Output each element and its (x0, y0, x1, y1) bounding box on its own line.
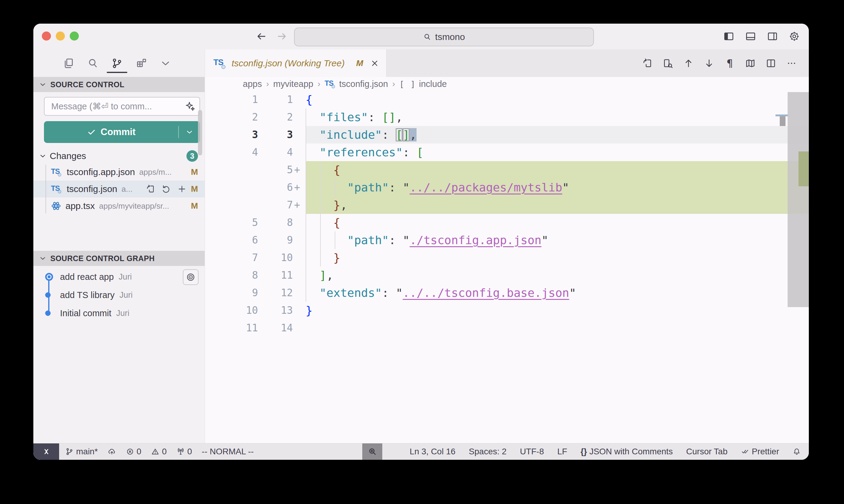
screencast-zoom-indicator[interactable] (362, 444, 382, 460)
more-button[interactable] (785, 57, 798, 70)
status-item-json-with-comments[interactable]: {}JSON with Comments (581, 447, 673, 456)
new-line-number: 9 (258, 231, 293, 249)
map-button[interactable] (744, 57, 757, 70)
command-center-search[interactable]: tsmono (294, 28, 594, 46)
tab-tsconfig-working-tree[interactable]: TS⚙ tsconfig.json (Working Tree) M (205, 49, 386, 77)
code-line-10[interactable]: 710 } (205, 249, 809, 267)
open-changes-button[interactable] (641, 57, 654, 70)
changes-row-tsconfig-app-json[interactable]: TS⚙tsconfig.app.jsonapps/m...M (33, 164, 205, 181)
status-item[interactable] (108, 447, 116, 456)
discard-button[interactable] (161, 184, 171, 194)
source-control-icon (65, 447, 74, 456)
new-line-number: 10 (258, 249, 293, 267)
commit-row-1[interactable]: add react appJuri (33, 268, 205, 286)
activity-item-explorer[interactable] (60, 52, 77, 75)
status-item-main[interactable]: main* (65, 447, 98, 456)
chevron-down-icon (39, 80, 47, 88)
layout-panel-button[interactable] (744, 30, 757, 43)
code-line-7[interactable]: 7+ }, (205, 196, 809, 214)
breadcrumb-item-myviteapp[interactable]: myviteapp (273, 79, 313, 89)
changes-row-app-tsx[interactable]: app.tsxapps/myviteapp/sr...M (33, 197, 205, 214)
editor-scrollbar-thumb[interactable] (788, 92, 809, 307)
activity-item-more[interactable] (157, 52, 174, 75)
breadcrumb-item-include[interactable]: [ ]include (399, 79, 447, 89)
remote-indicator[interactable] (33, 444, 59, 460)
code-line-4[interactable]: 44 "references": [ (205, 144, 809, 161)
status-label: UTF-8 (520, 447, 544, 456)
code-line-14[interactable]: 1114 (205, 319, 809, 337)
file-actions (145, 184, 187, 194)
status-item-0[interactable]: 0 (176, 447, 192, 456)
commit-row-3[interactable]: Initial commitJuri (33, 304, 205, 322)
zoom-window-button[interactable] (70, 32, 79, 41)
status-label: 0 (162, 447, 167, 456)
activity-item-source-control[interactable] (108, 52, 125, 75)
split-editor-button[interactable] (764, 57, 777, 70)
pilcrow-button[interactable]: ¶ (723, 57, 736, 70)
compare-editor-button[interactable] (661, 57, 674, 70)
code-line-2[interactable]: 22 "files": [], (205, 108, 809, 126)
changes-row-tsconfig-json[interactable]: TS⚙tsconfig.jsona...M (33, 181, 205, 197)
sidebar-scrollbar-thumb[interactable] (198, 110, 202, 156)
code-line-8[interactable]: 58 { (205, 214, 809, 231)
breadcrumb-item-tsconfig-json[interactable]: TS⚙tsconfig.json (325, 79, 388, 89)
changes-section-header[interactable]: Changes 3 (33, 148, 205, 164)
status-item-ln-3-col-16[interactable]: Ln 3, Col 16 (410, 447, 455, 456)
source-control-graph-header[interactable]: SOURCE CONTROL GRAPH (33, 251, 205, 266)
status-item[interactable] (792, 447, 801, 456)
status-item-utf-8[interactable]: UTF-8 (520, 447, 544, 456)
code-text: "include": [], (306, 126, 809, 144)
radio-tower-icon (176, 447, 185, 456)
code-line-11[interactable]: 811 ], (205, 267, 809, 284)
source-control-header[interactable]: SOURCE CONTROL (33, 77, 205, 92)
status-item-normal[interactable]: -- NORMAL -- (202, 447, 254, 456)
commit-row-2[interactable]: add TS libraryJuri (33, 286, 205, 304)
layout-sidebar-right-button[interactable] (766, 30, 779, 43)
code-line-12[interactable]: 912 "extends": "../../tsconfig.base.json… (205, 284, 809, 302)
status-item-0[interactable]: 0 (151, 447, 167, 456)
compare-editor-icon (662, 58, 673, 69)
diff-editor[interactable]: 11{22 "files": [],33 "include": [],44 "r… (205, 91, 809, 444)
commit-dropdown-button[interactable] (179, 128, 200, 136)
status-bar: main*000-- NORMAL -- Ln 3, Col 16Spaces:… (33, 443, 809, 460)
status-label: main* (76, 447, 98, 456)
code-line-13[interactable]: 1013} (205, 302, 809, 319)
commit-button[interactable]: Commit (44, 121, 200, 143)
activity-item-extensions[interactable] (133, 52, 150, 75)
code-line-9[interactable]: 69 "path": "./tsconfig.app.json" (205, 231, 809, 249)
activity-item-search[interactable] (84, 52, 101, 75)
code-line-5[interactable]: 5+ { (205, 161, 809, 179)
settings-button[interactable] (788, 30, 801, 43)
history-forward-button[interactable] (275, 30, 289, 43)
layout-sidebar-left-button[interactable] (722, 30, 736, 43)
code-line-3[interactable]: 33 "include": [], (205, 126, 809, 144)
commit-author: Juri (119, 272, 132, 282)
goto-file-button[interactable] (145, 184, 155, 194)
next-change-button[interactable] (703, 57, 716, 70)
code-line-6[interactable]: 6+ "path": "../../packages/mytslib" (205, 179, 809, 196)
status-label: Cursor Tab (686, 447, 727, 456)
close-tab-icon[interactable] (370, 58, 380, 68)
status-item-prettier[interactable]: Prettier (741, 447, 779, 456)
close-window-button[interactable] (42, 32, 51, 41)
status-item-spaces-2[interactable]: Spaces: 2 (469, 447, 506, 456)
goto-file-icon (145, 184, 155, 194)
status-item-0[interactable]: 0 (126, 447, 142, 456)
title-bar: tsmono (33, 24, 809, 49)
prev-change-button[interactable] (682, 57, 695, 70)
vscode-window: tsmono SOURCE CONTROL (33, 24, 809, 460)
history-back-button[interactable] (255, 30, 268, 43)
code-line-1[interactable]: 11{ (205, 91, 809, 108)
minimize-window-button[interactable] (56, 32, 65, 41)
breadcrumb-label: myviteapp (273, 79, 313, 89)
commit-message-input[interactable] (44, 97, 200, 116)
status-item-cursor-tab[interactable]: Cursor Tab (686, 447, 727, 456)
stage-button[interactable] (177, 184, 187, 194)
checkout-target-button[interactable] (183, 269, 199, 285)
bell-icon (792, 447, 801, 456)
traffic-lights[interactable] (42, 32, 79, 41)
sparkle-ai-icon[interactable] (184, 101, 196, 112)
breadcrumb-item-apps[interactable]: apps (243, 79, 262, 89)
breadcrumb-separator: › (266, 79, 269, 89)
status-item-lf[interactable]: LF (557, 447, 567, 456)
